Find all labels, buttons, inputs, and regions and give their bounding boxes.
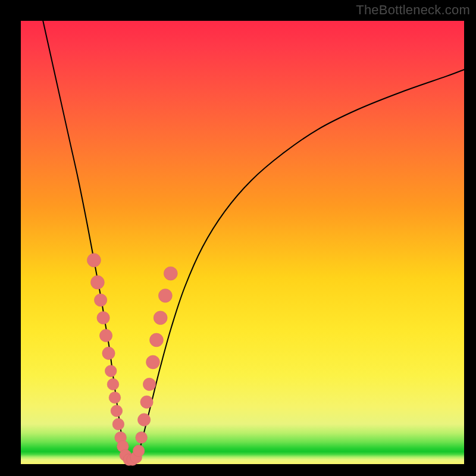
data-marker: [154, 311, 167, 325]
data-marker: [164, 267, 177, 280]
data-marker: [105, 365, 117, 377]
data-marker: [149, 333, 163, 347]
data-marker: [143, 378, 155, 390]
data-marker: [102, 347, 115, 359]
data-marker: [136, 431, 148, 443]
data-marker: [90, 275, 104, 289]
data-marker: [158, 289, 172, 302]
data-marker: [112, 418, 124, 430]
data-marker: [87, 253, 101, 267]
curve-layer: [43, 21, 464, 460]
data-marker: [107, 378, 119, 390]
curve-right-branch: [137, 70, 464, 460]
data-marker: [146, 355, 160, 369]
data-marker: [140, 396, 153, 408]
data-marker: [133, 445, 145, 457]
marker-layer: [87, 253, 177, 466]
frame: TheBottleneck.com: [0, 0, 476, 476]
data-marker: [111, 405, 123, 417]
watermark-text: TheBottleneck.com: [356, 2, 470, 18]
data-marker: [97, 311, 109, 324]
data-marker: [99, 329, 112, 342]
chart-svg: [21, 21, 464, 464]
data-marker: [109, 392, 121, 403]
data-marker: [94, 294, 107, 306]
data-marker: [137, 414, 150, 426]
